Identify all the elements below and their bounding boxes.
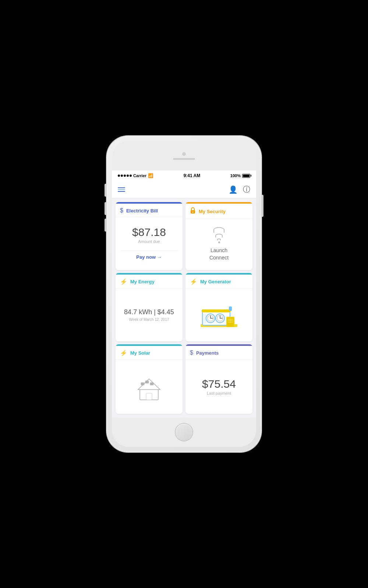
electricity-bill-amount: $87.18 xyxy=(132,226,166,239)
signal-dots xyxy=(118,175,132,177)
phone-bottom xyxy=(112,417,256,447)
status-right: 100% xyxy=(230,173,250,178)
payments-title: Payments xyxy=(196,350,219,356)
info-icon[interactable]: ⓘ xyxy=(243,184,250,194)
my-solar-title: My Solar xyxy=(130,350,150,356)
electricity-bill-amount-label: Amount due xyxy=(138,239,160,244)
phone-top xyxy=(112,141,256,171)
speaker xyxy=(173,158,195,160)
home-button[interactable] xyxy=(176,424,192,441)
hamburger-line-2 xyxy=(118,189,125,190)
wifi-arc-large xyxy=(213,227,224,233)
payments-title-row: $ Payments xyxy=(185,346,252,359)
wifi-dot xyxy=(218,241,220,243)
energy-lightning-icon: ⚡ xyxy=(120,278,127,285)
nav-right-icons: 👤 ⓘ xyxy=(229,184,250,194)
lock-icon xyxy=(190,207,196,215)
payment-label: Last payment xyxy=(207,391,231,395)
my-solar-card[interactable]: ⚡ My Solar xyxy=(116,344,183,414)
hamburger-menu-button[interactable] xyxy=(118,187,125,192)
generator-lightning-icon: ⚡ xyxy=(190,278,197,285)
hamburger-line-1 xyxy=(118,187,125,188)
my-energy-title-row: ⚡ My Energy xyxy=(116,275,183,288)
energy-date: Week of March 12, 2017 xyxy=(129,318,169,322)
payment-amount: $75.54 xyxy=(202,378,236,390)
my-security-title-row: My Security xyxy=(185,204,252,219)
my-solar-title-row: ⚡ My Solar xyxy=(116,346,183,360)
signal-dot-3 xyxy=(124,175,126,177)
payments-card[interactable]: $ Payments $75.54 Last payment xyxy=(185,344,252,414)
status-time: 9:41 AM xyxy=(184,173,201,178)
signal-dot-2 xyxy=(121,175,123,177)
hamburger-line-3 xyxy=(118,191,125,192)
wifi-status-icon: 📶 xyxy=(148,173,153,178)
battery-icon xyxy=(242,174,250,178)
payments-body: $75.54 Last payment xyxy=(185,359,252,414)
svg-rect-4 xyxy=(202,309,231,312)
screen: Carrier 📶 9:41 AM 100% xyxy=(112,171,256,417)
pay-now-button[interactable]: Pay now → xyxy=(120,250,178,261)
my-security-card[interactable]: My Security LaunchConnect xyxy=(185,202,252,270)
dollar-icon: $ xyxy=(120,207,123,214)
solar-lightning-icon: ⚡ xyxy=(120,349,127,356)
payments-dollar-icon: $ xyxy=(190,349,193,356)
carrier-label: Carrier xyxy=(133,173,146,178)
main-content: $ Electricity Bill $87.18 Amount due Pay… xyxy=(112,198,256,417)
launch-connect-label: LaunchConnect xyxy=(209,247,229,261)
electricity-bill-body: $87.18 Amount due Pay now → xyxy=(116,217,183,270)
battery-fill xyxy=(243,175,250,177)
svg-rect-19 xyxy=(229,306,232,311)
wifi-arc-medium xyxy=(215,234,223,237)
electricity-bill-title-row: $ Electricity Bill xyxy=(116,204,183,217)
status-left: Carrier 📶 xyxy=(118,173,153,178)
my-generator-body xyxy=(185,288,252,342)
my-solar-body xyxy=(116,360,183,414)
my-energy-body: 84.7 kWh | $4.45 Week of March 12, 2017 xyxy=(116,288,183,342)
svg-point-1 xyxy=(192,212,194,213)
nav-bar: 👤 ⓘ xyxy=(112,181,256,198)
wifi-symbol xyxy=(213,227,224,243)
signal-dot-4 xyxy=(127,175,129,177)
energy-value: 84.7 kWh | $4.45 xyxy=(124,308,174,316)
phone-inner: Carrier 📶 9:41 AM 100% xyxy=(112,141,256,447)
profile-icon[interactable]: 👤 xyxy=(229,185,238,194)
phone-frame: Carrier 📶 9:41 AM 100% xyxy=(107,136,261,452)
solar-illustration xyxy=(134,369,164,405)
battery-percent: 100% xyxy=(230,173,241,178)
my-security-title: My Security xyxy=(199,209,226,214)
signal-dot-1 xyxy=(118,175,120,177)
electricity-bill-title: Electricity Bill xyxy=(126,208,158,214)
generator-illustration xyxy=(190,297,248,333)
svg-rect-33 xyxy=(146,393,152,400)
wifi-arc-small xyxy=(217,239,221,240)
my-generator-title-row: ⚡ My Generator xyxy=(185,275,252,288)
my-energy-card[interactable]: ⚡ My Energy 84.7 kWh | $4.45 Week of Mar… xyxy=(116,273,183,342)
status-bar: Carrier 📶 9:41 AM 100% xyxy=(112,171,256,181)
electricity-bill-card[interactable]: $ Electricity Bill $87.18 Amount due Pay… xyxy=(116,202,183,270)
my-security-body: LaunchConnect xyxy=(185,219,252,270)
my-generator-title: My Generator xyxy=(200,279,231,284)
signal-dot-5 xyxy=(130,175,132,177)
my-generator-card[interactable]: ⚡ My Generator xyxy=(185,273,252,342)
my-energy-title: My Energy xyxy=(130,279,155,284)
camera xyxy=(182,152,186,156)
